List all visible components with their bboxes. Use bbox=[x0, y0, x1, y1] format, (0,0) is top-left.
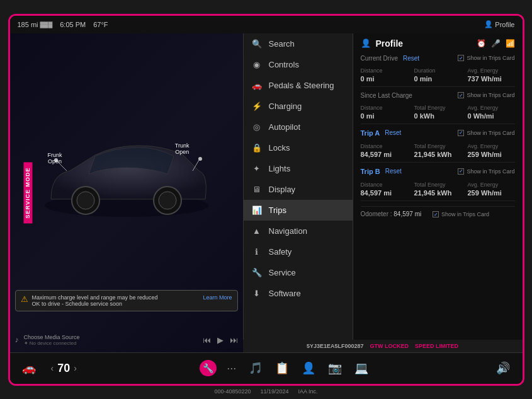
slc-distance: Distance 0 mi bbox=[361, 105, 408, 120]
music-note-icon: ♪ bbox=[15, 335, 19, 344]
pedals-icon: 🚗 bbox=[251, 81, 263, 90]
current-drive-reset[interactable]: Reset bbox=[403, 55, 419, 62]
play-button[interactable]: ▶ bbox=[217, 335, 224, 345]
trip-b-avg-energy: Avg. Energy 259 Wh/mi bbox=[468, 182, 515, 197]
trip-a-reset[interactable]: Reset bbox=[385, 129, 401, 136]
nav-item-locks[interactable]: 🔒 Locks bbox=[244, 137, 353, 158]
reference-date: 11/19/2024 bbox=[260, 388, 288, 395]
reference-source: IAA Inc. bbox=[298, 388, 318, 395]
nav-item-trips[interactable]: 📊 Trips bbox=[244, 200, 353, 221]
nav-item-controls[interactable]: ◉ Controls bbox=[244, 54, 353, 75]
more-options-icon[interactable]: ··· bbox=[224, 359, 239, 378]
car-visualization: FrunkOpen TrunkOpen bbox=[10, 46, 243, 315]
trip-b-show-trips[interactable]: ✓ Show in Trips Card bbox=[458, 168, 514, 175]
alarm-icon[interactable]: ⏰ bbox=[477, 39, 486, 48]
nav-item-software[interactable]: ⬇ Software bbox=[244, 283, 353, 304]
music-icon[interactable]: 🎵 bbox=[246, 359, 265, 378]
vin-bar: 5YJ3E1EA5LF000287 GTW LOCKED SPEED LIMIT… bbox=[243, 340, 523, 352]
warning-banner: ⚠ Maximum charge level and range may be … bbox=[15, 290, 238, 311]
slc-total-energy: Total Energy 0 kWh bbox=[414, 105, 461, 120]
signal-icon: 📶 bbox=[506, 39, 515, 48]
nav-autopilot-label: Autopilot bbox=[269, 122, 301, 132]
current-drive-checkbox[interactable]: ✓ bbox=[458, 55, 464, 61]
search-icon: 🔍 bbox=[251, 39, 263, 49]
person-icon[interactable]: 👤 bbox=[299, 359, 318, 378]
nav-item-search[interactable]: 🔍 Search bbox=[244, 33, 353, 54]
prev-track-button[interactable]: ⏮ bbox=[203, 335, 211, 345]
nav-navigation-label: Navigation bbox=[269, 226, 307, 236]
temp-display: 67°F bbox=[93, 21, 108, 28]
autopilot-icon: ◎ bbox=[251, 122, 263, 132]
home-car-icon[interactable]: 🚗 bbox=[20, 359, 38, 378]
since-last-charge-header: Since Last Charge ✓ Show in Trips Card bbox=[361, 92, 515, 99]
next-track-button[interactable]: ⏭ bbox=[230, 335, 238, 345]
software-icon: ⬇ bbox=[251, 289, 263, 298]
trip-a-header: Trip A Reset ✓ Show in Trips Card bbox=[361, 129, 515, 137]
trip-b-header: Trip B Reset ✓ Show in Trips Card bbox=[361, 168, 515, 175]
nav-item-service[interactable]: 🔧 Service bbox=[244, 262, 353, 283]
nav-menu: 🔍 Search ◉ Controls 🚗 Pedals & Steering … bbox=[243, 33, 353, 352]
since-last-charge-checkbox[interactable]: ✓ bbox=[458, 92, 464, 98]
temp-decrease-button[interactable]: ‹ bbox=[51, 363, 54, 373]
current-drive-avg-energy: Avg. Energy 737 Wh/mi bbox=[468, 67, 515, 83]
trips-icon: 📊 bbox=[251, 205, 263, 215]
since-last-charge-section: Since Last Charge ✓ Show in Trips Card D… bbox=[361, 92, 515, 124]
clipboard-icon[interactable]: 📋 bbox=[273, 359, 291, 378]
trip-a-stats: Distance 84,597 mi Total Energy 21,945 k… bbox=[361, 139, 515, 163]
trip-b-section: Trip B Reset ✓ Show in Trips Card Distan… bbox=[361, 168, 515, 201]
current-drive-show-trips[interactable]: ✓ Show in Trips Card bbox=[458, 55, 514, 61]
gtw-locked-label: GTW LOCKED bbox=[370, 343, 409, 349]
charging-icon: ⚡ bbox=[251, 101, 263, 111]
nav-lights-label: Lights bbox=[269, 164, 291, 173]
nav-software-label: Software bbox=[269, 289, 301, 298]
nav-item-lights[interactable]: ✦ Lights bbox=[244, 158, 353, 179]
time-display: 6:05 PM bbox=[60, 21, 86, 28]
trip-a-avg-energy: Avg. Energy 259 Wh/mi bbox=[468, 143, 515, 158]
trip-b-checkbox[interactable]: ✓ bbox=[458, 168, 464, 175]
nav-item-pedals[interactable]: 🚗 Pedals & Steering bbox=[244, 75, 353, 96]
nav-safety-label: Safety bbox=[269, 247, 292, 257]
wrench-icon[interactable]: 🔧 bbox=[200, 360, 217, 376]
temp-increase-button[interactable]: › bbox=[74, 363, 77, 373]
service-icon: 🔧 bbox=[251, 268, 263, 277]
bottom-toolbar: 🚗 ‹ 70 › 🔧 ··· 🎵 📋 👤 📷 💻 🔊 bbox=[10, 352, 523, 384]
vin-number: 5YJ3E1EA5LF000287 bbox=[307, 343, 364, 349]
service-mode-label: SERVICE MODE bbox=[23, 162, 32, 223]
nav-item-safety[interactable]: ℹ Safety bbox=[244, 241, 353, 262]
nav-item-autopilot[interactable]: ◎ Autopilot bbox=[244, 117, 353, 137]
learn-more-link[interactable]: Learn More bbox=[203, 294, 232, 301]
odometer-show-trips[interactable]: ✓ Show in Trips Card bbox=[433, 211, 489, 217]
trip-a-checkbox[interactable]: ✓ bbox=[458, 130, 464, 136]
right-panel: 👤 Profile ⏰ 🎤 📶 Current Drive Reset ✓ bbox=[353, 33, 523, 352]
nav-item-charging[interactable]: ⚡ Charging bbox=[244, 96, 353, 117]
media-source-text: Choose Media Source ✦ No device connecte… bbox=[24, 334, 198, 346]
volume-icon[interactable]: 🔊 bbox=[494, 359, 512, 378]
media-controls[interactable]: ⏮ ▶ ⏭ bbox=[203, 335, 238, 345]
laptop-icon[interactable]: 💻 bbox=[352, 359, 371, 378]
status-bar: 185 mi ▓▓▓ 6:05 PM 67°F 👤 Profile bbox=[10, 16, 523, 33]
since-last-charge-show-trips[interactable]: ✓ Show in Trips Card bbox=[458, 92, 514, 98]
mic-icon[interactable]: 🎤 bbox=[491, 39, 501, 48]
profile-icons-row: ⏰ 🎤 📶 bbox=[477, 39, 515, 48]
nav-item-navigation[interactable]: ▲ Navigation bbox=[244, 221, 353, 241]
svg-point-4 bbox=[159, 192, 176, 209]
warning-text: Maximum charge level and range may be re… bbox=[32, 294, 200, 307]
trip-b-stats: Distance 84,597 mi Total Energy 21,945 k… bbox=[361, 178, 515, 201]
speed-limited-label: SPEED LIMITED bbox=[415, 343, 458, 349]
trip-a-distance: Distance 84,597 mi bbox=[361, 143, 408, 158]
controls-icon: ◉ bbox=[251, 60, 263, 69]
svg-point-8 bbox=[198, 157, 202, 161]
trip-a-show-trips[interactable]: ✓ Show in Trips Card bbox=[458, 130, 514, 136]
trip-a-section: Trip A Reset ✓ Show in Trips Card Distan… bbox=[361, 129, 515, 163]
camera-icon[interactable]: 📷 bbox=[325, 359, 344, 378]
trunk-open-label: TrunkOpen bbox=[175, 142, 190, 156]
nav-pedals-label: Pedals & Steering bbox=[269, 81, 334, 90]
nav-display-label: Display bbox=[269, 185, 296, 194]
trip-b-reset[interactable]: Reset bbox=[385, 168, 402, 175]
nav-controls-label: Controls bbox=[269, 60, 299, 69]
trip-b-total-energy: Total Energy 21,945 kWh bbox=[414, 182, 461, 197]
nav-item-display[interactable]: 🖥 Display bbox=[244, 179, 353, 200]
current-drive-distance: Distance 0 mi bbox=[361, 67, 408, 83]
reference-id: 000-40850220 bbox=[214, 388, 251, 395]
current-drive-section: Current Drive Reset ✓ Show in Trips Card… bbox=[361, 55, 515, 87]
